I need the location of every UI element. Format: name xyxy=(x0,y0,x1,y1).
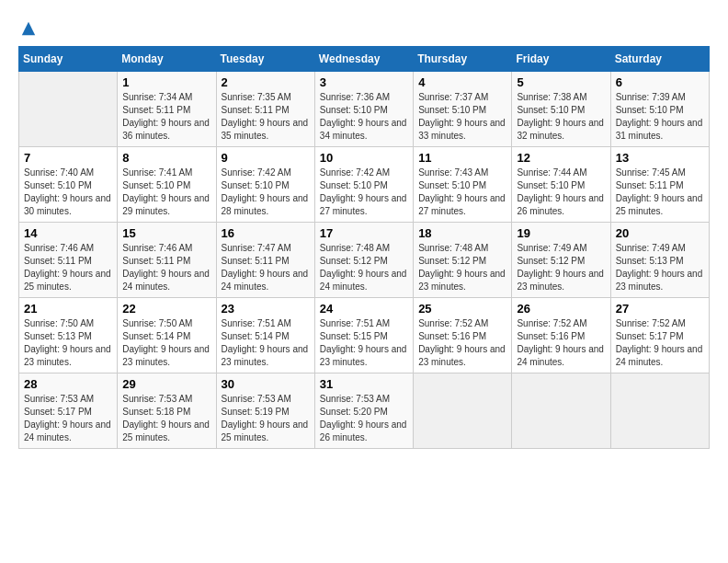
day-info: Sunrise: 7:38 AM Sunset: 5:10 PM Dayligh… xyxy=(517,91,605,143)
sunrise-text: Sunrise: 7:48 AM xyxy=(418,243,488,253)
day-number: 28 xyxy=(24,377,112,391)
sunset-text: Sunset: 5:10 PM xyxy=(122,180,190,190)
sunset-text: Sunset: 5:16 PM xyxy=(418,331,486,341)
day-info: Sunrise: 7:52 AM Sunset: 5:16 PM Dayligh… xyxy=(517,317,605,369)
sunrise-text: Sunrise: 7:52 AM xyxy=(517,318,586,328)
calendar-table: SundayMondayTuesdayWednesdayThursdayFrid… xyxy=(18,46,710,449)
day-info: Sunrise: 7:41 AM Sunset: 5:10 PM Dayligh… xyxy=(122,167,210,218)
sunset-text: Sunset: 5:10 PM xyxy=(517,105,585,115)
day-number: 25 xyxy=(418,302,506,316)
calendar-body: 1 Sunrise: 7:34 AM Sunset: 5:11 PM Dayli… xyxy=(19,71,710,448)
day-number: 14 xyxy=(24,226,112,240)
sunrise-text: Sunrise: 7:46 AM xyxy=(122,243,192,253)
daylight-text: Daylight: 9 hours and 24 minutes. xyxy=(24,419,111,442)
calendar-day-cell: 23 Sunrise: 7:51 AM Sunset: 5:14 PM Dayl… xyxy=(216,297,314,373)
calendar-day-cell: 2 Sunrise: 7:35 AM Sunset: 5:11 PM Dayli… xyxy=(216,71,314,146)
sunrise-text: Sunrise: 7:46 AM xyxy=(24,243,94,253)
day-info: Sunrise: 7:53 AM Sunset: 5:20 PM Dayligh… xyxy=(320,393,408,444)
daylight-text: Daylight: 9 hours and 34 minutes. xyxy=(320,118,407,141)
sunrise-text: Sunrise: 7:52 AM xyxy=(616,318,686,328)
calendar-day-cell: 28 Sunrise: 7:53 AM Sunset: 5:17 PM Dayl… xyxy=(19,373,118,448)
logo xyxy=(18,18,37,37)
day-number: 6 xyxy=(616,75,704,89)
sunset-text: Sunset: 5:17 PM xyxy=(24,407,92,417)
calendar-day-cell: 25 Sunrise: 7:52 AM Sunset: 5:16 PM Dayl… xyxy=(414,297,512,373)
calendar-day-cell: 4 Sunrise: 7:37 AM Sunset: 5:10 PM Dayli… xyxy=(414,71,512,146)
weekday-header: Wednesday xyxy=(314,46,413,71)
day-number: 20 xyxy=(616,226,704,240)
daylight-text: Daylight: 9 hours and 23 minutes. xyxy=(517,269,604,292)
daylight-text: Daylight: 9 hours and 26 minutes. xyxy=(320,419,407,442)
daylight-text: Daylight: 9 hours and 25 minutes. xyxy=(24,269,111,292)
daylight-text: Daylight: 9 hours and 25 minutes. xyxy=(222,419,309,442)
sunrise-text: Sunrise: 7:51 AM xyxy=(320,318,390,328)
calendar-week-row: 28 Sunrise: 7:53 AM Sunset: 5:17 PM Dayl… xyxy=(19,373,710,448)
sunset-text: Sunset: 5:10 PM xyxy=(320,105,388,115)
day-number: 22 xyxy=(122,302,210,316)
daylight-text: Daylight: 9 hours and 26 minutes. xyxy=(517,193,604,216)
daylight-text: Daylight: 9 hours and 27 minutes. xyxy=(418,193,506,216)
sunset-text: Sunset: 5:15 PM xyxy=(320,331,388,341)
day-info: Sunrise: 7:34 AM Sunset: 5:11 PM Dayligh… xyxy=(122,91,210,143)
sunset-text: Sunset: 5:11 PM xyxy=(222,105,290,115)
day-info: Sunrise: 7:36 AM Sunset: 5:10 PM Dayligh… xyxy=(320,91,408,143)
daylight-text: Daylight: 9 hours and 23 minutes. xyxy=(418,344,506,367)
daylight-text: Daylight: 9 hours and 23 minutes. xyxy=(222,344,309,367)
day-info: Sunrise: 7:35 AM Sunset: 5:11 PM Dayligh… xyxy=(222,91,310,143)
day-info: Sunrise: 7:44 AM Sunset: 5:10 PM Dayligh… xyxy=(517,167,605,218)
day-info: Sunrise: 7:50 AM Sunset: 5:14 PM Dayligh… xyxy=(122,317,210,369)
day-number: 30 xyxy=(222,377,310,391)
sunrise-text: Sunrise: 7:53 AM xyxy=(320,394,390,404)
day-info: Sunrise: 7:42 AM Sunset: 5:10 PM Dayligh… xyxy=(222,167,310,218)
calendar-day-cell: 12 Sunrise: 7:44 AM Sunset: 5:10 PM Dayl… xyxy=(512,146,610,222)
calendar-day-cell: 9 Sunrise: 7:42 AM Sunset: 5:10 PM Dayli… xyxy=(216,146,314,222)
sunrise-text: Sunrise: 7:42 AM xyxy=(222,167,291,178)
sunset-text: Sunset: 5:18 PM xyxy=(122,407,190,417)
calendar-day-cell: 7 Sunrise: 7:40 AM Sunset: 5:10 PM Dayli… xyxy=(19,146,118,222)
day-info: Sunrise: 7:39 AM Sunset: 5:10 PM Dayligh… xyxy=(616,91,704,143)
day-number: 12 xyxy=(517,151,605,165)
daylight-text: Daylight: 9 hours and 24 minutes. xyxy=(517,344,604,367)
sunrise-text: Sunrise: 7:53 AM xyxy=(24,394,94,404)
daylight-text: Daylight: 9 hours and 23 minutes. xyxy=(122,344,210,367)
day-info: Sunrise: 7:48 AM Sunset: 5:12 PM Dayligh… xyxy=(320,242,408,293)
daylight-text: Daylight: 9 hours and 35 minutes. xyxy=(222,118,309,141)
day-number: 4 xyxy=(418,75,506,89)
daylight-text: Daylight: 9 hours and 25 minutes. xyxy=(122,419,210,442)
day-info: Sunrise: 7:53 AM Sunset: 5:18 PM Dayligh… xyxy=(122,393,210,444)
sunrise-text: Sunrise: 7:44 AM xyxy=(517,167,586,178)
sunrise-text: Sunrise: 7:41 AM xyxy=(122,167,192,178)
day-number: 1 xyxy=(122,75,210,89)
calendar-day-cell: 27 Sunrise: 7:52 AM Sunset: 5:17 PM Dayl… xyxy=(610,297,709,373)
daylight-text: Daylight: 9 hours and 33 minutes. xyxy=(418,118,506,141)
sunrise-text: Sunrise: 7:50 AM xyxy=(24,318,94,328)
day-number: 10 xyxy=(320,151,408,165)
day-info: Sunrise: 7:50 AM Sunset: 5:13 PM Dayligh… xyxy=(24,317,112,369)
calendar-day-cell: 11 Sunrise: 7:43 AM Sunset: 5:10 PM Dayl… xyxy=(414,146,512,222)
day-number: 11 xyxy=(418,151,506,165)
day-info: Sunrise: 7:51 AM Sunset: 5:14 PM Dayligh… xyxy=(222,317,310,369)
weekday-header: Monday xyxy=(118,46,216,71)
day-info: Sunrise: 7:51 AM Sunset: 5:15 PM Dayligh… xyxy=(320,317,408,369)
daylight-text: Daylight: 9 hours and 32 minutes. xyxy=(517,118,604,141)
weekday-header: Saturday xyxy=(610,46,709,71)
day-info: Sunrise: 7:40 AM Sunset: 5:10 PM Dayligh… xyxy=(24,167,112,218)
calendar-day-cell xyxy=(512,373,610,448)
daylight-text: Daylight: 9 hours and 24 minutes. xyxy=(320,269,407,292)
svg-marker-0 xyxy=(22,22,35,35)
logo-text xyxy=(18,18,37,39)
sunset-text: Sunset: 5:13 PM xyxy=(616,256,684,266)
day-info: Sunrise: 7:52 AM Sunset: 5:16 PM Dayligh… xyxy=(418,317,506,369)
sunrise-text: Sunrise: 7:53 AM xyxy=(122,394,192,404)
daylight-text: Daylight: 9 hours and 27 minutes. xyxy=(320,193,407,216)
sunset-text: Sunset: 5:13 PM xyxy=(24,331,92,341)
calendar-day-cell: 26 Sunrise: 7:52 AM Sunset: 5:16 PM Dayl… xyxy=(512,297,610,373)
day-number: 29 xyxy=(122,377,210,391)
calendar-day-cell: 21 Sunrise: 7:50 AM Sunset: 5:13 PM Dayl… xyxy=(19,297,118,373)
calendar-day-cell: 14 Sunrise: 7:46 AM Sunset: 5:11 PM Dayl… xyxy=(19,222,118,297)
sunrise-text: Sunrise: 7:52 AM xyxy=(418,318,488,328)
calendar-day-cell: 6 Sunrise: 7:39 AM Sunset: 5:10 PM Dayli… xyxy=(610,71,709,146)
calendar-week-row: 1 Sunrise: 7:34 AM Sunset: 5:11 PM Dayli… xyxy=(19,71,710,146)
weekday-header: Tuesday xyxy=(216,46,314,71)
page-header xyxy=(18,18,710,37)
